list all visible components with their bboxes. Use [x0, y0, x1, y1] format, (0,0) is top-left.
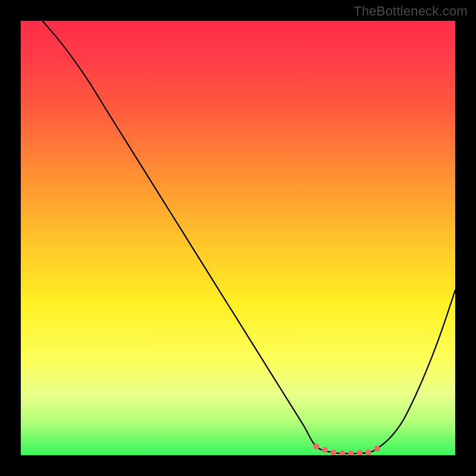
flat-dot: [356, 450, 362, 455]
flat-dot: [339, 450, 345, 455]
chart-frame: TheBottleneck.com: [0, 0, 476, 476]
chart-svg: [21, 21, 455, 455]
plot-area: [21, 21, 455, 455]
flat-dot: [313, 443, 319, 449]
bottleneck-curve: [43, 21, 456, 453]
flat-dot: [374, 446, 380, 452]
flat-dot: [348, 450, 354, 455]
flat-dot: [365, 450, 371, 455]
watermark-text: TheBottleneck.com: [353, 4, 468, 19]
flat-dot: [322, 447, 328, 453]
flat-dot: [331, 450, 337, 455]
